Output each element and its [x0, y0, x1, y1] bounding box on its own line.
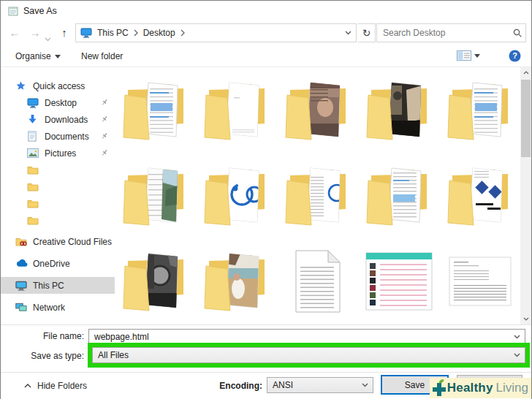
file-name-value[interactable]: webpage.html — [89, 332, 509, 342]
sidebar-item-label: Downloads — [45, 115, 88, 125]
pin-icon — [100, 115, 109, 126]
file-item-text-document[interactable] — [280, 243, 356, 319]
file-item-folder-photo-machine[interactable] — [118, 243, 194, 319]
sidebar-item-folder[interactable] — [1, 212, 115, 229]
hide-folders-button[interactable]: Hide Folders — [24, 378, 87, 394]
sidebar-item-folder[interactable] — [1, 178, 115, 195]
sidebar-item-network[interactable]: Network — [1, 299, 115, 316]
save-label: Save — [405, 380, 425, 390]
file-item-folder-circle-logo[interactable] — [199, 158, 275, 234]
folder-icon — [27, 165, 40, 175]
sidebar-item-folder[interactable] — [1, 162, 115, 178]
encoding-combo[interactable]: ANSI — [267, 377, 373, 393]
chevron-down-icon[interactable] — [509, 353, 525, 357]
address-chevron-down-icon[interactable] — [340, 24, 356, 42]
save-as-type-value[interactable]: All Files — [93, 350, 509, 360]
encoding-label: Encoding: — [198, 381, 262, 391]
folder-icon — [27, 199, 40, 208]
chevron-down-icon — [55, 55, 61, 58]
pin-icon — [100, 98, 109, 109]
help-button[interactable]: ? — [509, 50, 521, 65]
scroll-down-icon[interactable] — [520, 314, 531, 324]
sidebar-item-label: Quick access — [33, 81, 85, 91]
navigation-row: ← → ↑ This PCDesktop ↻ — [1, 23, 531, 43]
search-icon[interactable] — [509, 28, 525, 38]
forward-arrow-icon[interactable]: → — [27, 23, 43, 43]
pin-icon — [100, 132, 109, 142]
vertical-scrollbar[interactable] — [520, 67, 531, 324]
address-bar[interactable]: This PCDesktop — [75, 23, 357, 42]
new-folder-button[interactable]: New folder — [81, 46, 123, 66]
chevron-down-icon[interactable] — [509, 335, 525, 339]
history-chevron-down-icon[interactable] — [45, 31, 51, 45]
file-item-folder-white-doc[interactable] — [199, 72, 275, 148]
help-icon: ? — [509, 50, 521, 62]
svg-text:?: ? — [512, 51, 517, 60]
chevron-down-icon — [474, 54, 480, 58]
sidebar-item-quick-access[interactable]: Quick access — [1, 77, 115, 94]
file-item-folder-doc-preview[interactable] — [442, 72, 518, 148]
file-item-folder-photo-beach[interactable] — [199, 243, 275, 319]
sidebar-item-label: This PC — [33, 281, 64, 291]
network-icon — [15, 303, 28, 312]
sidebar-item-pictures[interactable]: Pictures — [1, 145, 115, 162]
file-name-label: File name: — [1, 331, 84, 341]
sidebar-item-downloads[interactable]: Downloads — [1, 111, 115, 128]
watermark-text-bold: Healthy — [447, 381, 493, 395]
window-title: Save As — [23, 1, 57, 21]
breadcrumb-item[interactable]: Desktop — [138, 28, 180, 38]
views-icon — [457, 50, 471, 61]
sidebar-item-creative-cloud-files[interactable]: Creative Cloud Files — [1, 233, 115, 250]
file-item-folder-text-circle[interactable] — [280, 158, 356, 234]
back-arrow-icon[interactable]: ← — [7, 23, 23, 43]
folder-icon — [27, 182, 40, 191]
file-item-spreadsheet-document[interactable] — [361, 243, 437, 319]
hide-folders-label: Hide Folders — [37, 381, 87, 391]
refresh-icon[interactable]: ↻ — [358, 23, 376, 42]
chevron-right-icon[interactable] — [180, 29, 185, 37]
healthy-living-watermark: Healthy Living — [430, 378, 531, 398]
healthy-living-logo-icon — [431, 379, 447, 397]
scrollbar-thumb[interactable] — [521, 80, 531, 157]
folder-icon — [27, 216, 40, 225]
new-folder-label: New folder — [81, 46, 123, 66]
chevron-down-icon[interactable] — [357, 383, 373, 387]
title-bar: Save As — [1, 1, 531, 21]
file-item-folder-cube-docs[interactable] — [442, 158, 518, 234]
file-item-folder-doc-stack[interactable] — [361, 158, 437, 234]
encoding-value[interactable]: ANSI — [267, 380, 357, 390]
breadcrumb: This PCDesktop — [92, 28, 185, 38]
file-item-folder-photo-people[interactable] — [361, 72, 437, 148]
file-name-combo[interactable]: webpage.html — [88, 329, 525, 344]
navigation-pane: Quick accessDesktopDownloadsDocumentsPic… — [1, 67, 115, 324]
downloads-arrow-icon — [27, 114, 40, 125]
creative-cloud-folder-icon — [15, 237, 28, 247]
save-as-type-label: Save as type: — [1, 351, 84, 361]
quick-access-star-icon — [15, 80, 28, 91]
save-as-dialog: Save As ← → ↑ This PCDesktop ↻ — [0, 0, 532, 399]
file-item-folder-doc-preview[interactable] — [118, 72, 194, 148]
file-item-text-page-document[interactable] — [442, 243, 518, 319]
sidebar-item-desktop[interactable]: Desktop — [1, 94, 115, 111]
sidebar-item-label: Creative Cloud Files — [33, 237, 112, 247]
views-button[interactable] — [457, 50, 480, 61]
sidebar-item-documents[interactable]: Documents — [1, 128, 115, 145]
notepad-icon — [8, 6, 18, 16]
search-box[interactable] — [376, 23, 526, 42]
desktop-icon — [27, 98, 40, 108]
search-input[interactable] — [377, 28, 509, 38]
file-item-folder-photo-webpage[interactable] — [118, 158, 194, 234]
sidebar-item-label: Pictures — [45, 148, 76, 159]
breadcrumb-item[interactable]: This PC — [92, 28, 134, 38]
sidebar-item-folder[interactable] — [1, 195, 115, 212]
save-as-type-combo[interactable]: All Files — [92, 347, 525, 363]
organise-button[interactable]: Organise — [15, 46, 61, 66]
onedrive-cloud-icon — [15, 259, 28, 267]
pin-icon — [100, 148, 109, 159]
sidebar-item-label: Network — [33, 303, 65, 313]
file-item-folder-photo-portrait[interactable] — [280, 72, 356, 148]
scroll-up-icon[interactable] — [520, 67, 531, 78]
up-arrow-icon[interactable]: ↑ — [56, 23, 72, 43]
sidebar-item-this-pc[interactable]: This PC — [1, 277, 115, 294]
sidebar-item-onedrive[interactable]: OneDrive — [1, 255, 115, 272]
